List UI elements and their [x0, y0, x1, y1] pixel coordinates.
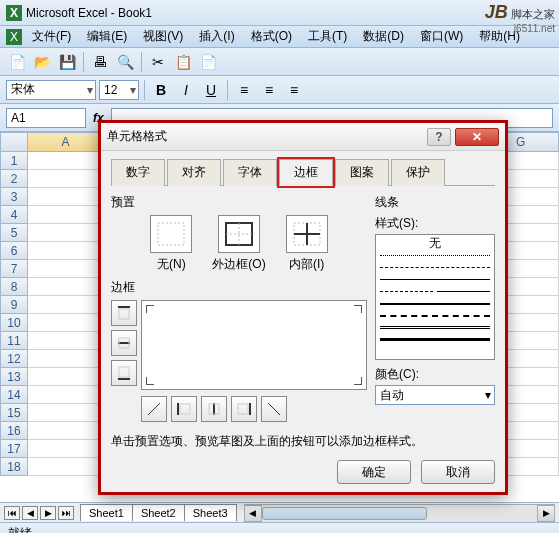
row-header[interactable]: 12	[0, 350, 28, 368]
style-option[interactable]	[380, 263, 490, 272]
tab-nav-first[interactable]: ⏮	[4, 506, 20, 520]
border-right-button[interactable]	[231, 396, 257, 422]
row-header[interactable]: 14	[0, 386, 28, 404]
sheet-tab[interactable]: Sheet2	[132, 504, 185, 521]
menu-file[interactable]: 文件(F)	[26, 26, 77, 47]
style-option[interactable]	[380, 275, 490, 284]
menu-view[interactable]: 视图(V)	[137, 26, 189, 47]
border-hmid-button[interactable]	[111, 330, 137, 356]
app-menu-icon[interactable]: X	[6, 29, 22, 45]
align-left-button[interactable]: ≡	[233, 79, 255, 101]
style-option[interactable]	[380, 323, 490, 332]
name-box[interactable]: A1	[6, 108, 86, 128]
color-select[interactable]: 自动	[375, 385, 495, 405]
sheet-tabs-bar: ⏮ ◀ ▶ ⏭ Sheet1 Sheet2 Sheet3 ◀ ▶	[0, 502, 559, 522]
border-top-button[interactable]	[111, 300, 137, 326]
select-all-corner[interactable]	[0, 132, 28, 152]
menu-data[interactable]: 数据(D)	[357, 26, 410, 47]
row-header[interactable]: 1	[0, 152, 28, 170]
dialog-title: 单元格格式	[107, 128, 427, 145]
col-header[interactable]: A	[28, 132, 104, 152]
status-bar: 就绪	[0, 522, 559, 533]
row-header[interactable]: 6	[0, 242, 28, 260]
tab-number[interactable]: 数字	[111, 159, 165, 186]
scroll-left-button[interactable]: ◀	[244, 505, 262, 522]
row-header[interactable]: 8	[0, 278, 28, 296]
svg-text:X: X	[10, 6, 18, 20]
style-option[interactable]	[380, 251, 490, 260]
bold-button[interactable]: B	[150, 79, 172, 101]
row-header[interactable]: 17	[0, 440, 28, 458]
print-button[interactable]: 🖶	[89, 51, 111, 73]
row-header[interactable]: 7	[0, 260, 28, 278]
style-label: 样式(S):	[375, 215, 495, 232]
save-button[interactable]: 💾	[56, 51, 78, 73]
preset-label: 预置	[111, 194, 367, 211]
border-diag-up-button[interactable]	[141, 396, 167, 422]
copy-button[interactable]: 📋	[172, 51, 194, 73]
font-select[interactable]: 宋体	[6, 80, 96, 100]
dialog-tabs: 数字 对齐 字体 边框 图案 保护	[111, 159, 495, 186]
align-center-button[interactable]: ≡	[258, 79, 280, 101]
tab-font[interactable]: 字体	[223, 159, 277, 186]
menu-edit[interactable]: 编辑(E)	[81, 26, 133, 47]
preset-outline-button[interactable]: 外边框(O)	[212, 215, 265, 273]
tab-pattern[interactable]: 图案	[335, 159, 389, 186]
row-header[interactable]: 15	[0, 404, 28, 422]
row-header[interactable]: 4	[0, 206, 28, 224]
row-header[interactable]: 16	[0, 422, 28, 440]
scroll-right-button[interactable]: ▶	[537, 505, 555, 522]
row-header[interactable]: 3	[0, 188, 28, 206]
paste-button[interactable]: 📄	[197, 51, 219, 73]
border-preview[interactable]	[141, 300, 367, 390]
tab-protect[interactable]: 保护	[391, 159, 445, 186]
preset-none-button[interactable]: 无(N)	[150, 215, 192, 273]
tab-nav-last[interactable]: ⏭	[58, 506, 74, 520]
border-vmid-button[interactable]	[201, 396, 227, 422]
tab-nav-prev[interactable]: ◀	[22, 506, 38, 520]
new-button[interactable]: 📄	[6, 51, 28, 73]
style-option[interactable]	[380, 335, 490, 344]
hscroll-track[interactable]	[262, 505, 537, 522]
menu-insert[interactable]: 插入(I)	[193, 26, 240, 47]
align-right-button[interactable]: ≡	[283, 79, 305, 101]
row-header[interactable]: 11	[0, 332, 28, 350]
border-diag-down-button[interactable]	[261, 396, 287, 422]
line-style-list[interactable]: 无	[375, 234, 495, 360]
style-none[interactable]: 无	[380, 239, 490, 248]
help-button[interactable]: ?	[427, 128, 451, 146]
close-button[interactable]: ✕	[455, 128, 499, 146]
cancel-button[interactable]: 取消	[421, 460, 495, 484]
fontsize-select[interactable]: 12	[99, 80, 139, 100]
tab-nav-next[interactable]: ▶	[40, 506, 56, 520]
menu-format[interactable]: 格式(O)	[245, 26, 298, 47]
status-text: 就绪	[8, 526, 32, 533]
ok-button[interactable]: 确定	[337, 460, 411, 484]
cut-button[interactable]: ✂	[147, 51, 169, 73]
inside-icon	[292, 221, 322, 247]
tab-border[interactable]: 边框	[279, 159, 333, 186]
border-bottom-button[interactable]	[111, 360, 137, 386]
underline-button[interactable]: U	[200, 79, 222, 101]
row-header[interactable]: 10	[0, 314, 28, 332]
open-button[interactable]: 📂	[31, 51, 53, 73]
tab-align[interactable]: 对齐	[167, 159, 221, 186]
italic-button[interactable]: I	[175, 79, 197, 101]
row-header[interactable]: 18	[0, 458, 28, 476]
row-header[interactable]: 9	[0, 296, 28, 314]
border-left-button[interactable]	[171, 396, 197, 422]
sheet-tab[interactable]: Sheet3	[184, 504, 237, 521]
preview-button[interactable]: 🔍	[114, 51, 136, 73]
row-header[interactable]: 2	[0, 170, 28, 188]
sheet-tab[interactable]: Sheet1	[80, 504, 133, 521]
dialog-titlebar[interactable]: 单元格格式 ? ✕	[101, 123, 505, 151]
style-option[interactable]	[380, 311, 490, 320]
row-header[interactable]: 13	[0, 368, 28, 386]
preset-inside-button[interactable]: 内部(I)	[286, 215, 328, 273]
menu-tools[interactable]: 工具(T)	[302, 26, 353, 47]
style-option[interactable]	[380, 287, 490, 296]
style-option[interactable]	[380, 299, 490, 308]
hscroll-thumb[interactable]	[262, 507, 427, 520]
row-header[interactable]: 5	[0, 224, 28, 242]
menu-window[interactable]: 窗口(W)	[414, 26, 469, 47]
